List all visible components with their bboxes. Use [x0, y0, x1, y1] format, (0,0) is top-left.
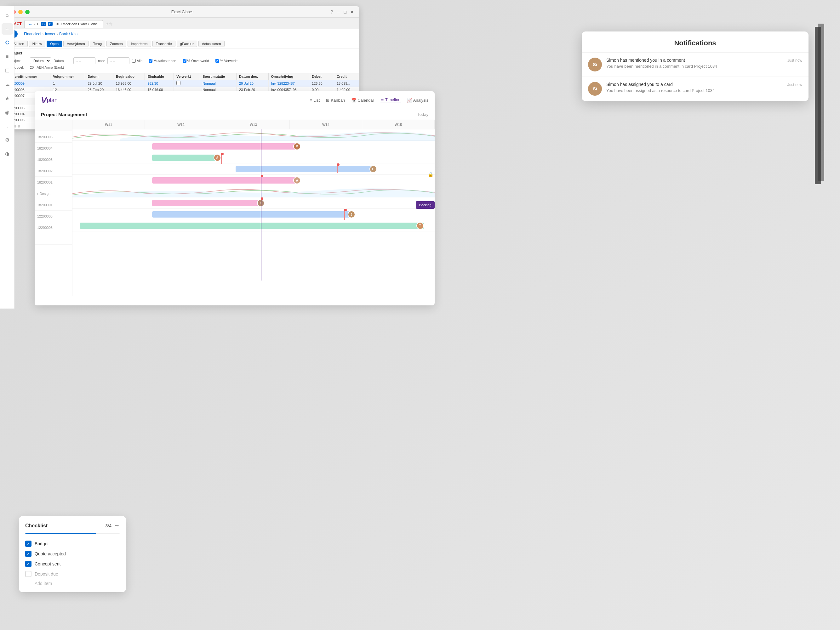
notif-sub-2: You have been assigned as a resource to … [606, 88, 783, 93]
vplan-window: V plan ≡ List ⊞ Kanban 📅 Calendar ≣ Time… [35, 91, 435, 306]
toolbar-actualiseren[interactable]: Actualiseren [199, 41, 224, 47]
datdoc-link[interactable]: 29-Jul-20 [239, 82, 254, 85]
breadcrumb-sep-1: › [43, 32, 44, 36]
col-omschr[interactable]: Omschrijving [268, 73, 309, 80]
naar-label: naar [98, 59, 105, 63]
toolbar-gfactuur[interactable]: gFactuur [177, 41, 197, 47]
mutaties-check-input[interactable] [148, 59, 152, 63]
wave-svg-2 [73, 186, 435, 197]
checklist-checkbox-budget[interactable]: ✓ [25, 540, 32, 547]
add-item-text[interactable]: Add item [25, 579, 120, 586]
timeline-icon: ≣ [381, 97, 384, 102]
col-datum[interactable]: Datum [85, 73, 113, 80]
alle-check-input[interactable] [132, 59, 136, 63]
checklist-controls: 3/4 → [106, 522, 120, 529]
sidebar-icon-settings[interactable]: ⚙ [2, 134, 13, 145]
mutaties-checkbox[interactable]: Mutaties tonen [148, 59, 176, 63]
eind-link[interactable]: 962.30 [147, 82, 158, 85]
breadcrumb-item-3[interactable]: Bank / Kas [59, 32, 77, 36]
toolbar-transactie[interactable]: Transactie [152, 41, 175, 47]
window-close-icon[interactable]: ✕ [350, 9, 354, 14]
sidebar-icon-cloud[interactable]: ☁ [2, 79, 13, 90]
vplan-nav-calendar[interactable]: 📅 Calendar [351, 98, 374, 102]
onverwerkt-checkbox[interactable]: % Onverwerkt [183, 59, 209, 63]
col-soort[interactable]: Soort mutatie [200, 73, 237, 80]
vplan-logo-area: V plan [41, 95, 58, 105]
toolbar-verwijderen[interactable]: Verwijderen [63, 41, 88, 47]
backlog-btn[interactable]: Backlog [416, 201, 435, 209]
minimize-btn[interactable] [18, 10, 23, 14]
bar-blue-2 [152, 211, 352, 217]
sidebar-icon-star[interactable]: ★ [2, 93, 13, 104]
notif-content-1: Simon has mentioned you in a comment You… [606, 58, 783, 69]
checklist-item-quote[interactable]: ✓ Quote accepted [25, 549, 120, 559]
col-verwerkt[interactable]: Verwerkt [174, 73, 200, 80]
col-begin[interactable]: Beginsaldo [113, 73, 145, 80]
vplan-nav-kanban[interactable]: ⊞ Kanban [326, 98, 345, 102]
timeline-label-row: 18200005 [35, 131, 72, 143]
window-maximize-icon[interactable]: □ [344, 9, 346, 14]
col-volg[interactable]: Volgnummer [51, 73, 85, 80]
vplan-nav-analysis[interactable]: 📈 Analysis [407, 98, 428, 102]
traject-section: Traject Traject Datum Datum naar Alle Mu… [6, 49, 359, 73]
toolbar-open[interactable]: Open [47, 41, 62, 47]
maximize-btn[interactable] [25, 10, 30, 14]
col-eind[interactable]: Eindsaldo [145, 73, 174, 80]
list-icon: ≡ [310, 98, 313, 102]
timeline-row-4: L [73, 164, 435, 175]
checklist-checkbox-quote[interactable]: ✓ [25, 551, 32, 557]
sidebar-icon-users[interactable]: ◉ [2, 106, 13, 118]
toolbar-zoomen[interactable]: Zoomen [106, 41, 126, 47]
tab-add-btn[interactable]: + [106, 21, 108, 27]
breadcrumb-item-2[interactable]: Invoer [45, 32, 55, 36]
tab-star-btn[interactable]: ☆ [109, 21, 113, 27]
pagination-dot-3[interactable] [17, 125, 20, 128]
sidebar-icon-download[interactable]: ↓ [2, 120, 13, 132]
col-credit[interactable]: Credit [334, 73, 359, 80]
sidebar-icon-half[interactable]: ◑ [2, 148, 13, 159]
window-minimize-icon[interactable]: ─ [337, 9, 340, 14]
verwerkt-check[interactable] [176, 81, 180, 85]
sidebar-icon-box[interactable]: ☐ [2, 65, 13, 76]
onverwerkt-check-input[interactable] [183, 59, 186, 63]
timeline-row-7: K [73, 197, 435, 209]
omschr-link[interactable]: Inv. 328223487 [271, 82, 295, 85]
checklist-item-budget[interactable]: ✓ Budget [25, 539, 120, 549]
alle-checkbox[interactable]: Alle [132, 59, 142, 63]
sidebar-icon-back[interactable]: ← [2, 23, 13, 35]
traject-dropdown[interactable]: Datum [30, 57, 51, 64]
checklist-next-btn[interactable]: → [114, 522, 120, 529]
toolbar-terug[interactable]: Terug [90, 41, 106, 47]
col-debet[interactable]: Debet [309, 73, 334, 80]
checklist-item-concept[interactable]: ✓ Concept sent [25, 559, 120, 569]
design-section-label: › Design [35, 188, 72, 199]
timeline-main: W11 W12 W13 W14 W15 [73, 120, 435, 296]
timeline-label-row: 18200002 [35, 165, 72, 176]
verwerkt-check-input[interactable] [215, 59, 219, 63]
notification-item-1[interactable]: Si Simon has mentioned you in a comment … [582, 53, 808, 77]
bar-green-2 [80, 223, 424, 229]
toolbar-importeren[interactable]: Importeren [128, 41, 151, 47]
verwerkt-checkbox[interactable]: % Verwerkt [215, 59, 238, 63]
table-row[interactable]: 20200009 1 29-Jul-20 13,935.00 962.30 No… [6, 80, 359, 87]
datum-from-input[interactable] [73, 57, 95, 64]
tab-item[interactable]: ← / F B B 010 MacBean Exact Globe+ [24, 20, 103, 28]
sidebar-icon-home[interactable]: ⌂ [2, 9, 13, 21]
datum-to-input[interactable] [107, 57, 129, 64]
sidebar: ⌂ ← C ≡ ☐ ☁ ★ ◉ ↓ ⚙ ◑ [0, 6, 14, 309]
help-icon[interactable]: ? [331, 9, 333, 14]
tab-back-icon[interactable]: ← [28, 22, 32, 27]
toolbar-nieuw[interactable]: Nieuw [29, 41, 46, 47]
datum-cell: 29-Jul-20 [85, 80, 113, 87]
soort-link[interactable]: Normaal [202, 82, 216, 85]
checklist-checkbox-deposit[interactable] [25, 571, 32, 577]
vplan-nav-list[interactable]: ≡ List [310, 98, 320, 102]
sidebar-icon-c[interactable]: C [2, 37, 13, 49]
col-datdoc[interactable]: Datum doc. [237, 73, 268, 80]
breadcrumb-item-1[interactable]: Financieel [24, 32, 41, 36]
vplan-nav-timeline[interactable]: ≣ Timeline [381, 97, 401, 103]
notification-item-2[interactable]: Si Simon has assigned you to a card You … [582, 77, 808, 101]
checklist-checkbox-concept[interactable]: ✓ [25, 561, 32, 567]
checklist-item-deposit[interactable]: Deposit due [25, 569, 120, 579]
sidebar-icon-list[interactable]: ≡ [2, 51, 13, 62]
